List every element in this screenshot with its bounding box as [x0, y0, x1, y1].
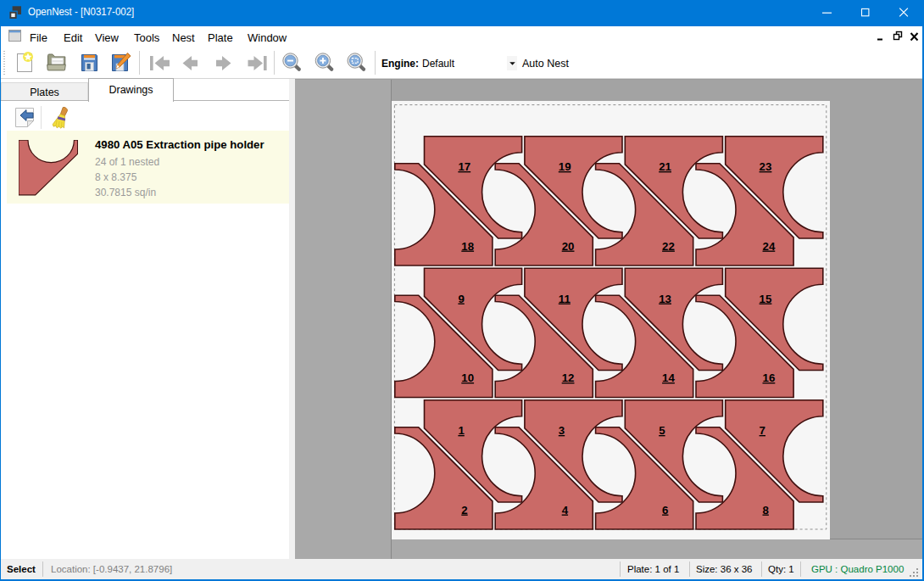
svg-text:6: 6 [662, 504, 668, 517]
svg-text:21: 21 [659, 160, 671, 173]
svg-text:15: 15 [760, 293, 772, 305]
svg-text:19: 19 [559, 160, 571, 173]
svg-text:1: 1 [458, 424, 465, 437]
svg-text:20: 20 [562, 240, 575, 253]
svg-text:8: 8 [763, 504, 769, 517]
svg-text:12: 12 [562, 372, 575, 384]
svg-text:14: 14 [662, 372, 675, 384]
svg-text:24: 24 [763, 240, 776, 253]
svg-text:23: 23 [760, 160, 772, 173]
svg-text:22: 22 [662, 240, 675, 253]
svg-text:9: 9 [458, 293, 464, 305]
svg-text:13: 13 [659, 293, 671, 305]
svg-text:17: 17 [458, 160, 470, 173]
svg-text:16: 16 [763, 372, 776, 384]
svg-text:18: 18 [461, 240, 474, 253]
svg-text:2: 2 [461, 504, 467, 517]
svg-text:3: 3 [559, 424, 565, 437]
svg-text:10: 10 [461, 372, 474, 384]
svg-text:4: 4 [562, 504, 569, 517]
svg-text:5: 5 [659, 424, 665, 437]
svg-text:7: 7 [760, 424, 765, 437]
svg-text:11: 11 [559, 293, 571, 305]
